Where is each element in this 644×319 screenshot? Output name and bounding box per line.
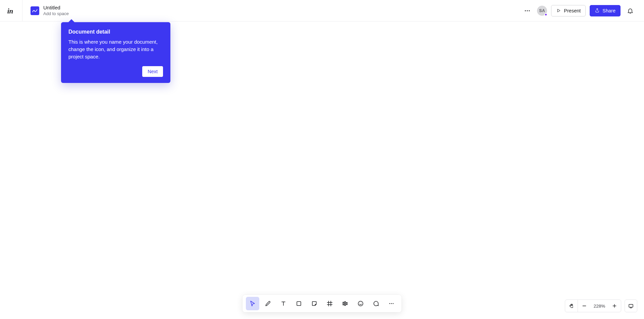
document-block[interactable]: Untitled Add to space — [22, 5, 69, 16]
svg-rect-7 — [346, 303, 347, 305]
emoji-tool[interactable] — [354, 297, 367, 310]
square-icon — [296, 300, 302, 307]
avatar-initials: SA — [539, 8, 545, 13]
svg-rect-4 — [297, 302, 301, 306]
svg-point-1 — [525, 10, 526, 11]
align-tool[interactable] — [338, 297, 352, 310]
tooltip-next-button[interactable]: Next — [142, 66, 163, 77]
tooltip-body: This is where you name your document, ch… — [68, 38, 163, 60]
toolbar — [243, 295, 401, 312]
minus-icon — [582, 303, 587, 309]
share-button[interactable]: Share — [590, 5, 621, 16]
svg-point-12 — [391, 303, 392, 304]
zoom-in-button[interactable] — [608, 300, 621, 312]
share-icon — [595, 8, 600, 13]
sticky-note-tool[interactable] — [308, 297, 321, 310]
more-horizontal-icon — [524, 7, 531, 14]
zoom-out-button[interactable] — [578, 300, 591, 312]
plus-icon — [612, 303, 617, 309]
draw-tool[interactable] — [261, 297, 275, 310]
hand-icon — [569, 303, 574, 309]
comment-icon — [373, 300, 379, 307]
top-bar: in Untitled Add to space SA P — [0, 0, 644, 21]
align-icon — [342, 300, 348, 307]
svg-rect-14 — [629, 305, 633, 307]
notifications-button[interactable] — [625, 5, 636, 16]
emoji-icon — [357, 300, 364, 307]
svg-point-3 — [529, 10, 530, 11]
freehand-icon — [32, 8, 38, 14]
comment-tool[interactable] — [369, 297, 383, 310]
shape-tool[interactable] — [292, 297, 306, 310]
add-to-space-link[interactable]: Add to space — [43, 11, 69, 16]
document-title[interactable]: Untitled — [43, 5, 69, 10]
more-tools-button[interactable] — [385, 297, 398, 310]
pencil-icon — [265, 300, 271, 307]
present-button[interactable]: Present — [551, 5, 586, 16]
svg-text:in: in — [7, 7, 13, 15]
share-label: Share — [602, 8, 615, 13]
svg-rect-5 — [343, 302, 344, 305]
frame-icon — [326, 300, 333, 307]
svg-point-9 — [360, 303, 360, 303]
cursor-icon — [249, 300, 256, 307]
app-logo[interactable]: in — [0, 0, 22, 21]
present-label: Present — [564, 8, 581, 13]
fit-screen-icon — [628, 303, 634, 309]
fit-to-screen-button[interactable] — [625, 300, 637, 312]
zoom-box: 228% — [565, 300, 621, 312]
svg-point-2 — [527, 10, 528, 11]
text-icon — [280, 300, 287, 307]
text-tool[interactable] — [277, 297, 290, 310]
svg-point-13 — [393, 303, 394, 304]
invision-logo-icon: in — [6, 6, 16, 15]
sticky-note-icon — [311, 300, 318, 307]
presence-dot-icon — [544, 13, 547, 16]
tooltip-title: Document detail — [68, 29, 163, 35]
more-horizontal-icon — [388, 300, 395, 307]
svg-rect-6 — [344, 302, 345, 306]
play-icon — [556, 8, 561, 13]
top-bar-right: SA Present Share — [522, 5, 644, 16]
svg-point-10 — [361, 303, 362, 303]
user-avatar[interactable]: SA — [537, 6, 547, 16]
bell-icon — [627, 7, 634, 14]
frame-tool[interactable] — [323, 297, 336, 310]
document-text: Untitled Add to space — [43, 5, 69, 16]
svg-point-8 — [358, 301, 363, 306]
more-options-button[interactable] — [522, 5, 533, 16]
zoom-controls: 228% — [565, 300, 637, 312]
svg-point-11 — [389, 303, 390, 304]
zoom-value[interactable]: 228% — [591, 304, 608, 309]
document-icon[interactable] — [31, 6, 39, 15]
pan-hand-button[interactable] — [565, 300, 578, 312]
onboarding-tooltip: Document detail This is where you name y… — [61, 22, 170, 83]
select-tool[interactable] — [246, 297, 259, 310]
